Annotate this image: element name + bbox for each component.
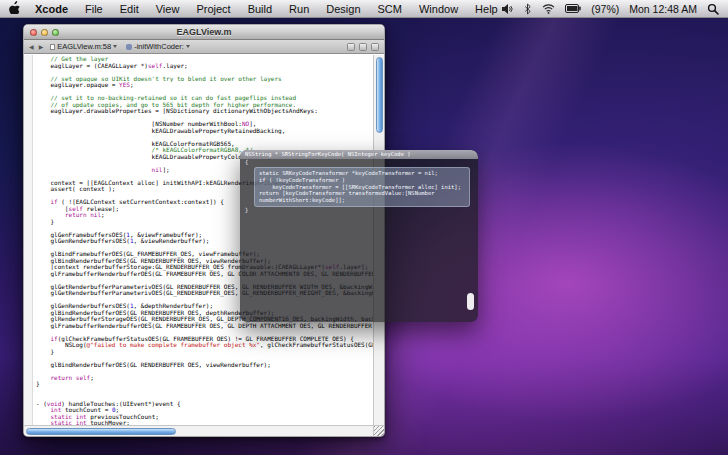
back-button[interactable]: ◀ [29, 44, 34, 50]
menu-item-view[interactable]: View [156, 3, 180, 15]
hud-scroll-thumb[interactable] [467, 293, 474, 310]
volume-icon[interactable] [501, 3, 513, 15]
lock-icon[interactable] [359, 43, 367, 51]
split-editor-icon[interactable] [371, 43, 379, 51]
file-icon [50, 44, 55, 50]
apple-logo-icon [9, 1, 20, 16]
hud-code-line: return [keyCodeTransformer transformedVa… [259, 190, 465, 197]
horizontal-scroll-thumb[interactable] [26, 428, 176, 435]
zoom-button[interactable] [52, 29, 59, 36]
horizontal-scrollbar[interactable] [24, 425, 384, 436]
menu-item-edit[interactable]: Edit [120, 3, 139, 15]
chevron-down-icon [113, 45, 117, 48]
hud-brace-open: { [240, 159, 478, 166]
menu-item-scm[interactable]: SCM [378, 3, 402, 15]
apple-menu[interactable] [9, 1, 20, 16]
menu-item-build[interactable]: Build [248, 3, 272, 15]
window-title: EAGLView.m [24, 27, 384, 37]
minimize-button[interactable] [41, 29, 48, 36]
forward-button[interactable]: ▶ [39, 44, 44, 50]
menu-status: (97%) Mon 12:48 AM [501, 3, 719, 15]
editor-nav-bar: ◀ ▶ EAGLView.m:58 -initWithCoder: [24, 40, 384, 54]
menu-item-file[interactable]: File [85, 3, 103, 15]
gutter [24, 55, 33, 425]
hud-snippet-box: static SRKeyCodeTransformer *keyCodeTran… [254, 167, 470, 207]
desktop: XcodeFileEditViewProjectBuildRunDesignSC… [0, 0, 728, 455]
file-popup[interactable]: EAGLView.m:58 [48, 42, 119, 51]
hud-code-line: keyCodeTransformer = [[SRKeyCodeTransfor… [259, 184, 465, 191]
menu-items: XcodeFileEditViewProjectBuildRunDesignSC… [35, 3, 498, 15]
menu-item-project[interactable]: Project [196, 3, 230, 15]
battery-percent[interactable]: (97%) [591, 3, 619, 15]
vertical-scroll-thumb[interactable] [376, 57, 383, 133]
close-button[interactable] [30, 29, 37, 36]
method-popup[interactable]: -initWithCoder: [124, 42, 192, 51]
method-popup-label: -initWithCoder: [134, 42, 184, 51]
menu-item-window[interactable]: Window [419, 3, 458, 15]
battery-icon[interactable] [565, 4, 581, 13]
hud-selected-row[interactable]: NSString * SRStringForKeyCode( NSInteger… [240, 150, 478, 159]
hud-brace-close: } [240, 207, 478, 214]
bookmark-icon[interactable] [347, 43, 355, 51]
spotlight-icon[interactable] [707, 3, 719, 15]
code-line: glFramebufferRenderbufferOES(GL_FRAMEBUF… [36, 323, 373, 330]
menu-item-xcode[interactable]: Xcode [35, 3, 68, 15]
hud-code-line: static SRKeyCodeTransformer *keyCodeTran… [259, 170, 465, 177]
menu-bar: XcodeFileEditViewProjectBuildRunDesignSC… [0, 0, 728, 18]
hud-code-line: numberWithShort:keyCode]]; [259, 197, 465, 204]
menu-item-design[interactable]: Design [326, 3, 360, 15]
window-controls [30, 25, 59, 39]
menu-item-run[interactable]: Run [289, 3, 309, 15]
menu-item-help[interactable]: Help [475, 3, 498, 15]
title-bar[interactable]: EAGLView.m [24, 25, 384, 40]
wifi-icon[interactable] [542, 3, 555, 14]
completion-hud: NSString * SRStringForKeyCode( NSInteger… [240, 150, 478, 322]
menu-clock[interactable]: Mon 12:48 AM [629, 3, 697, 15]
hud-code-line: if ( !keyCodeTransformer ) [259, 177, 465, 184]
method-icon [126, 44, 132, 50]
code-line: NSLog(@"failed to make complete framebuf… [36, 342, 373, 349]
bluetooth-icon[interactable] [523, 3, 532, 15]
resize-grip[interactable] [373, 426, 384, 437]
chevron-down-icon [186, 45, 190, 48]
file-popup-label: EAGLView.m:58 [57, 42, 111, 51]
nav-right-icons [347, 43, 379, 51]
